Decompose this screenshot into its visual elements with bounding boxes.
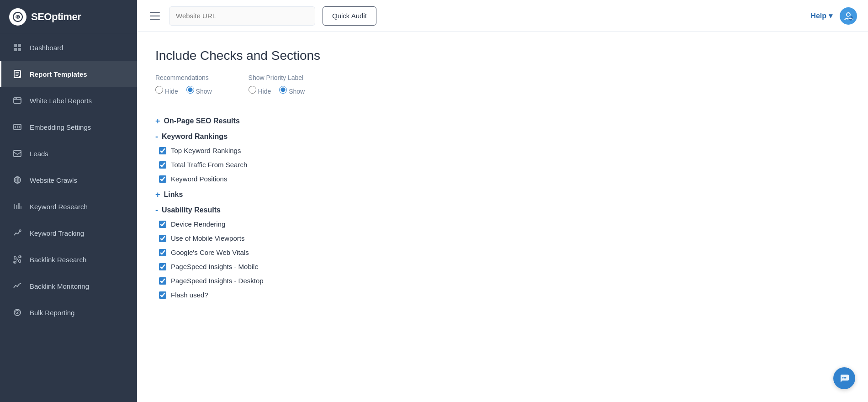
svg-point-30 [847,13,850,16]
user-avatar[interactable] [840,7,857,25]
checkbox-top-keyword-rankings[interactable] [159,147,166,154]
sidebar-label-backlink-monitoring: Backlink Monitoring [30,282,89,290]
sidebar-label-backlink-research: Backlink Research [30,256,86,264]
checkbox-total-traffic[interactable] [159,161,166,169]
keyword-rankings-label: Keyword Rankings [162,132,228,141]
section-usability-results[interactable]: - Usability Results [155,201,850,217]
keyword-rankings-toggle-icon: - [155,132,158,141]
section-on-page-seo[interactable]: + On-Page SEO Results [155,112,850,128]
checkbox-mobile-viewports[interactable] [159,235,166,242]
header: Quick Audit Help ▾ [137,0,868,32]
embed-icon [12,122,22,132]
logo[interactable]: SEOptimer [0,0,137,34]
priority-label-label: Show Priority Label [249,74,305,81]
priority-hide-radio[interactable] [249,86,256,94]
recommendations-group: Recommendations Hide Show [155,74,212,100]
bulk-icon [12,307,22,317]
recommendations-hide-label: Hide [165,88,178,95]
check-flash-used: Flash used? [155,288,850,302]
sidebar-label-keyword-tracking: Keyword Tracking [30,229,84,237]
links-toggle-icon: + [155,190,160,199]
logo-text: SEOptimer [31,11,81,23]
label-device-rendering[interactable]: Device Rendering [171,220,225,228]
white-label-icon [12,95,22,106]
svg-rect-16 [14,150,21,157]
menu-button[interactable] [148,11,162,21]
priority-hide-label: Hide [258,88,271,95]
recommendations-show-radio[interactable] [186,86,194,94]
label-pagespeed-desktop[interactable]: PageSpeed Insights - Desktop [171,277,264,285]
sidebar-item-leads[interactable]: Leads [0,140,137,167]
sidebar-item-backlink-research[interactable]: Backlink Research [0,246,137,273]
svg-point-34 [844,377,845,379]
check-pagespeed-mobile: PageSpeed Insights - Mobile [155,259,850,274]
recommendations-hide-radio[interactable] [155,86,163,94]
check-device-rendering: Device Rendering [155,217,850,231]
sidebar-label-leads: Leads [30,150,48,158]
crawl-icon [12,175,22,185]
sidebar-label-embedding: Embedding Settings [30,123,91,131]
recommendations-radio-group: Hide Show [155,86,212,100]
section-keyword-rankings[interactable]: - Keyword Rankings [155,128,850,143]
checkbox-core-web-vitals[interactable] [159,249,166,256]
priority-show-label: Show [289,88,305,95]
checkbox-pagespeed-mobile[interactable] [159,263,166,270]
sidebar-item-report-templates[interactable]: Report Templates [0,61,137,87]
sidebar-item-backlink-monitoring[interactable]: Backlink Monitoring [0,273,137,299]
sidebar-item-keyword-research[interactable]: Keyword Research [0,193,137,220]
help-label: Help [810,12,826,20]
check-core-web-vitals: Google's Core Web Vitals [155,245,850,259]
checkbox-device-rendering[interactable] [159,221,166,228]
quick-audit-button[interactable]: Quick Audit [323,6,376,26]
usability-results-label: Usability Results [162,206,221,214]
label-mobile-viewports[interactable]: Use of Mobile Viewports [171,234,244,242]
usability-toggle-icon: - [155,206,158,214]
sidebar-item-keyword-tracking[interactable]: Keyword Tracking [0,220,137,246]
recommendations-show-option[interactable]: Show [186,86,212,95]
recommendations-hide-option[interactable]: Hide [155,86,178,95]
sidebar-label-website-crawls: Website Crawls [30,176,77,184]
sidebar-item-bulk-reporting[interactable]: Bulk Reporting [0,299,137,326]
help-dropdown-icon: ▾ [829,11,832,20]
label-core-web-vitals[interactable]: Google's Core Web Vitals [171,249,249,256]
keyword-rankings-items: Top Keyword Rankings Total Traffic From … [155,143,850,186]
check-mobile-viewports: Use of Mobile Viewports [155,231,850,245]
svg-rect-5 [18,48,21,51]
recommendations-label: Recommendations [155,74,212,81]
priority-hide-option[interactable]: Hide [249,86,271,95]
checkbox-flash-used[interactable] [159,291,166,299]
svg-rect-4 [14,48,17,51]
label-total-traffic[interactable]: Total Traffic From Search [171,161,247,169]
on-page-toggle-icon: + [155,117,160,125]
priority-show-radio[interactable] [279,86,287,94]
svg-point-33 [842,377,844,379]
label-flash-used[interactable]: Flash used? [171,291,208,299]
sidebar-label-white-label: White Label Reports [30,97,92,105]
sidebar-item-dashboard[interactable]: Dashboard [0,34,137,61]
svg-point-13 [16,98,17,99]
sidebar-item-embedding-settings[interactable]: Embedding Settings [0,114,137,140]
svg-rect-2 [14,44,17,47]
checkbox-pagespeed-desktop[interactable] [159,277,166,285]
label-keyword-positions[interactable]: Keyword Positions [171,175,227,183]
priority-show-option[interactable]: Show [279,86,305,95]
page-title: Include Checks and Sections [155,48,850,63]
check-keyword-positions: Keyword Positions [155,172,850,186]
sidebar-item-website-crawls[interactable]: Website Crawls [0,167,137,193]
section-links[interactable]: + Links [155,186,850,201]
checkbox-keyword-positions[interactable] [159,175,166,183]
on-page-seo-label: On-Page SEO Results [164,117,240,125]
research-icon [12,201,22,212]
label-top-keyword-rankings[interactable]: Top Keyword Rankings [171,147,241,154]
main-area: Quick Audit Help ▾ Include Checks and Se… [137,0,868,402]
priority-radio-group: Hide Show [249,86,305,100]
svg-rect-24 [21,206,21,209]
sidebar-item-white-label-reports[interactable]: White Label Reports [0,87,137,114]
leads-icon [12,148,22,159]
sidebar-label-keyword-research: Keyword Research [30,203,88,211]
url-input[interactable] [169,6,315,26]
recommendations-show-label: Show [196,88,212,95]
label-pagespeed-mobile[interactable]: PageSpeed Insights - Mobile [171,263,259,270]
help-button[interactable]: Help ▾ [810,11,832,20]
chat-bubble[interactable] [833,367,855,389]
